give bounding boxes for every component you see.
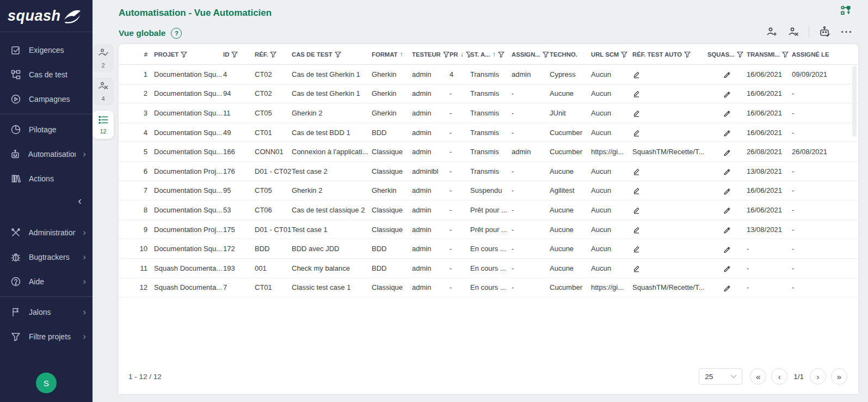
column-header-transmi[interactable]: TRANSMI... <box>747 51 792 58</box>
sidebar-item-exigences[interactable]: Exigences <box>0 38 93 62</box>
column-header-url_scm[interactable]: URL SCM <box>591 51 632 58</box>
filter-icon[interactable] <box>737 51 743 58</box>
filter-icon[interactable] <box>498 51 504 58</box>
cell-cas_de_test: Cas de test Gherkin 1 <box>292 70 372 78</box>
edit-squash-auto-pencil-icon[interactable] <box>723 226 731 233</box>
column-header-ref_test_auto[interactable]: RÉF. TEST AUTO <box>632 51 707 58</box>
previous-page-button[interactable]: ‹ <box>771 368 787 385</box>
column-header-assign[interactable]: ASSIGN... <box>512 51 550 58</box>
column-header-squas[interactable]: SQUAS... <box>707 51 747 58</box>
column-header-techno[interactable]: TECHNO. <box>550 51 591 58</box>
column-header-cas_de_test[interactable]: CAS DE TEST <box>292 51 372 58</box>
edit-ref-test-auto-icon[interactable] <box>632 129 641 137</box>
edit-squash-auto-pencil-icon[interactable] <box>723 284 731 291</box>
table-row[interactable]: 5Documentation Squ...166CONN01Connexion … <box>119 142 858 162</box>
column-header-num[interactable]: # <box>119 51 154 58</box>
workflow-automation-icon[interactable] <box>840 4 853 17</box>
edit-ref-test-auto-icon[interactable] <box>632 109 641 117</box>
first-page-button[interactable]: « <box>750 368 766 385</box>
column-header-st_a[interactable]: ST. A...↑ <box>470 51 512 58</box>
column-header-testeur[interactable]: TESTEUR <box>412 51 450 58</box>
edit-squash-auto-pencil-icon[interactable] <box>723 167 731 175</box>
cell-projet: Documentation Proj... <box>154 167 223 175</box>
table-row[interactable]: 4Documentation Squ...49CT01Cas de test B… <box>119 123 858 143</box>
table-row[interactable]: 3Documentation Squ...11CT05Gherkin 2Gher… <box>119 103 858 123</box>
filter-icon[interactable] <box>443 51 450 58</box>
cell-num: 5 <box>119 148 154 156</box>
filter-icon[interactable] <box>466 51 470 58</box>
edit-squash-auto-pencil-icon[interactable] <box>723 90 731 98</box>
table-row[interactable]: 7Documentation Squ...95CT05Gherkin 2Gher… <box>119 181 858 201</box>
edit-ref-test-auto-icon[interactable] <box>632 89 641 98</box>
administration-icon <box>10 227 22 239</box>
table-row[interactable]: 2Documentation Squ...94CT02Cas de test G… <box>119 84 858 104</box>
filter-icon[interactable] <box>270 51 276 58</box>
sidebar-collapse-button[interactable]: ‹ <box>0 191 93 220</box>
filter-icon[interactable] <box>684 51 691 58</box>
column-header-format[interactable]: FORMAT↑ <box>372 51 412 58</box>
cell-ref: CT06 <box>255 206 292 214</box>
sidebar-item-campagnes[interactable]: Campagnes <box>0 87 93 111</box>
edit-squash-auto-pencil-icon[interactable] <box>723 264 731 272</box>
cell-url_scm: Aucun <box>591 186 632 194</box>
sidebar-item-aide[interactable]: Aide› <box>0 269 93 294</box>
tab-rejected[interactable]: 4 <box>93 77 114 106</box>
edit-ref-test-auto-icon[interactable] <box>632 206 641 214</box>
edit-squash-auto-pencil-icon[interactable] <box>723 245 731 253</box>
cell-num: 7 <box>119 186 154 194</box>
more-options-icon[interactable]: ··· <box>841 29 853 35</box>
table-row[interactable]: 1Documentation Squ...4CT02Cas de test Gh… <box>119 65 858 84</box>
tab-count: 2 <box>101 62 104 69</box>
column-header-projet[interactable]: PROJET <box>154 51 223 58</box>
edit-squash-auto-pencil-icon[interactable] <box>723 129 731 136</box>
table-row[interactable]: 10Documentation Squ...172BDDBDD avec JDD… <box>119 239 858 259</box>
filter-icon[interactable] <box>621 51 627 58</box>
table-row[interactable]: 11Squash Documenta...193001Check my bala… <box>119 259 858 278</box>
table-row[interactable]: 12Squash Documenta...7CT01Classic test c… <box>119 278 858 298</box>
column-header-id[interactable]: ID <box>223 51 255 58</box>
edit-ref-test-auto-icon[interactable] <box>632 70 641 78</box>
filter-icon[interactable] <box>543 51 549 58</box>
cell-st_a: En cours ... <box>470 283 512 291</box>
filter-icon[interactable] <box>335 51 341 58</box>
edit-squash-auto-pencil-icon[interactable] <box>723 206 731 214</box>
column-header-pr[interactable]: PR↓ <box>450 51 470 58</box>
edit-squash-auto-pencil-icon[interactable] <box>723 148 731 156</box>
sidebar-item-filtre-projets[interactable]: Filtre projets› <box>0 324 93 349</box>
table-row[interactable]: 6Documentation Proj...176D01 - CT02Test … <box>119 162 858 181</box>
unassign-user-x-icon[interactable] <box>787 26 800 39</box>
user-avatar[interactable]: S <box>36 373 57 393</box>
column-header-assigne_le[interactable]: ASSIGNÉ LE <box>792 51 858 58</box>
table-row[interactable]: 9Documentation Proj...175D01 - CT01Test … <box>119 220 858 240</box>
app-logo[interactable]: squash <box>0 0 93 32</box>
page-size-select[interactable]: 25 <box>699 368 742 385</box>
robot-check-icon[interactable] <box>818 25 832 39</box>
assign-user-plus-icon[interactable] <box>765 26 778 39</box>
edit-ref-test-auto-icon[interactable] <box>632 186 641 194</box>
sidebar-item-pilotage[interactable]: Pilotage <box>0 117 93 142</box>
sidebar-item-actions[interactable]: Actions <box>0 166 93 191</box>
next-page-button[interactable]: › <box>810 368 826 385</box>
edit-squash-auto-pencil-icon[interactable] <box>723 109 731 117</box>
sidebar-item-cas-de-test[interactable]: Cas de test <box>0 62 93 87</box>
edit-ref-test-auto-icon[interactable] <box>632 245 641 253</box>
column-header-ref[interactable]: RÉF. <box>255 51 292 58</box>
edit-squash-auto-pencil-icon[interactable] <box>723 187 731 194</box>
sidebar-item-bugtrackers[interactable]: Bugtrackers› <box>0 245 93 269</box>
table-row[interactable]: 8Documentation Squ...53CT06Cas de test c… <box>119 200 858 220</box>
edit-ref-test-auto-icon[interactable] <box>632 167 641 175</box>
sidebar-item-automatisation[interactable]: Automatisation› <box>0 142 93 166</box>
edit-ref-test-auto-icon[interactable] <box>632 226 641 234</box>
filter-icon[interactable] <box>231 51 238 58</box>
last-page-button[interactable]: » <box>831 368 847 385</box>
help-icon[interactable]: ? <box>171 28 182 39</box>
edit-ref-test-auto-icon[interactable] <box>632 264 641 272</box>
sidebar-item-administration[interactable]: Administration› <box>0 220 93 245</box>
filter-icon[interactable] <box>782 51 789 58</box>
tab-global-view[interactable]: 12 <box>93 111 114 139</box>
filter-icon[interactable] <box>181 51 187 58</box>
tab-assigned[interactable]: 2 <box>93 44 114 72</box>
sidebar-item-jalons[interactable]: Jalons› <box>0 300 93 324</box>
edit-squash-auto-pencil-icon[interactable] <box>723 70 731 78</box>
vertical-scrollbar[interactable] <box>852 66 857 137</box>
